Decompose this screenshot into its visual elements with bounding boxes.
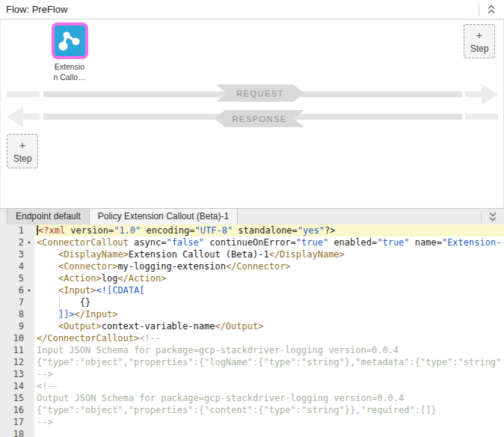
code-line: 7 {} (0, 296, 504, 308)
line-number: 16 (0, 404, 24, 416)
add-step-button-top[interactable]: + Step (464, 24, 495, 58)
code-line-content[interactable]: --> (34, 368, 504, 380)
fold-spacer (24, 416, 34, 428)
token-tag: <DisplayName> (58, 249, 129, 260)
line-number: 7 (0, 296, 24, 308)
fold-spacer (24, 308, 34, 320)
code-line-content[interactable] (34, 428, 504, 437)
token-attr: encoding= (141, 225, 194, 236)
line-number: 9 (0, 320, 24, 332)
gutter-cell: 4 (0, 260, 34, 272)
gutter-cell: 6▾ (0, 284, 34, 296)
request-banner-label: REQUEST (236, 89, 284, 98)
add-step-button-bottom[interactable]: + Step (7, 134, 38, 168)
code-line-content[interactable]: {"type":"object","properties":{"logName"… (34, 356, 504, 368)
token-attr: version= (65, 225, 114, 236)
collapse-flow-panel-button[interactable] (485, 2, 498, 16)
line-number: 5 (0, 272, 24, 284)
chevron-double-down-icon (488, 211, 497, 222)
fold-spacer (24, 356, 34, 368)
code-line: 4 <Connector>my-logging-extension</Conne… (0, 260, 504, 272)
code-line-content[interactable]: <DisplayName>Extension Callout (Beta)-1<… (34, 248, 504, 260)
response-banner-label: RESPONSE (232, 114, 286, 123)
code-line-content[interactable]: <Action>log</Action> (34, 272, 504, 284)
line-number: 6 (0, 284, 24, 296)
code-line: 5 <Action>log</Action> (0, 272, 504, 284)
code-line-content[interactable]: <?xml version="1.0" encoding="UTF-8" sta… (34, 224, 504, 236)
plus-icon: + (476, 29, 483, 41)
header-divider (479, 4, 479, 16)
token-comment: {"type":"object","properties":{"content"… (37, 405, 437, 415)
tab-policy-extension-callout[interactable]: Policy Extension Callout (Beta)-1 (90, 209, 238, 224)
code-line-content[interactable]: </ConnectorCallout><!-- (34, 332, 504, 344)
code-line: 16{"type":"object","properties":{"conten… (0, 404, 504, 416)
add-step-label: Step (470, 43, 489, 54)
token-text: log (102, 273, 118, 284)
token-text (37, 261, 58, 272)
gutter-cell: 18 (0, 428, 34, 437)
tabbar-divider (481, 211, 482, 223)
line-number: 3 (0, 248, 24, 260)
gutter-cell: 13 (0, 368, 34, 380)
line-number: 11 (0, 344, 24, 356)
gutter-cell: 17 (0, 416, 34, 428)
line-number: 17 (0, 416, 24, 428)
code-line-content[interactable]: <Connector>my-logging-extension</Connect… (34, 260, 504, 272)
gutter-cell: 11 (0, 344, 34, 356)
editor-tab-bar: Endpoint default Policy Extension Callou… (0, 208, 504, 224)
code-line: 3 <DisplayName>Extension Callout (Beta)-… (0, 248, 504, 260)
token-comment: Output JSON Schema for package=gcp-stack… (37, 393, 404, 403)
token-attr: enabled= (328, 237, 377, 248)
code-line: 13--> (0, 368, 504, 380)
fold-toggle-icon[interactable]: ▾ (24, 236, 34, 248)
fold-spacer (24, 320, 34, 332)
token-cdata: ]]> (58, 309, 75, 320)
response-arrowhead-icon (7, 106, 23, 127)
code-line-content[interactable]: Output JSON Schema for package=gcp-stack… (34, 392, 504, 404)
chevron-double-up-icon (487, 4, 496, 15)
code-line-content[interactable]: <ConnectorCallout async="false" continue… (34, 236, 504, 248)
fold-toggle-icon[interactable]: ▾ (24, 284, 34, 296)
code-line-content[interactable]: --> (34, 416, 504, 428)
policy-extension-callout-step[interactable]: Extensio n Callo… (50, 22, 89, 82)
gutter-cell: 16 (0, 404, 34, 416)
line-number: 12 (0, 356, 24, 368)
token-text (37, 321, 58, 331)
line-number: 15 (0, 392, 24, 404)
fold-spacer (24, 272, 34, 284)
code-line-content[interactable]: <Input><![CDATA[ (34, 284, 504, 296)
gutter-cell: 5 (0, 272, 34, 284)
tab-endpoint-default[interactable]: Endpoint default (7, 209, 90, 224)
token-text (37, 273, 58, 284)
code-line-content[interactable]: ]]></Input> (34, 308, 504, 320)
flow-panel-header: Flow: PreFlow (0, 0, 504, 19)
token-comment: Input JSON Schema for package=gcp-stackd… (37, 345, 399, 355)
code-line-content[interactable]: {} (34, 296, 504, 308)
line-number: 14 (0, 380, 24, 392)
fold-spacer (24, 248, 34, 260)
code-line-content[interactable]: <Output>context-variable-name</Output> (34, 320, 504, 332)
token-str: "true" (296, 237, 328, 248)
code-line: 17--> (0, 416, 504, 428)
gutter-cell: 3 (0, 248, 34, 260)
share-nodes-icon (57, 28, 82, 54)
token-cdata: <![CDATA[ (96, 285, 144, 296)
collapse-editor-button[interactable] (486, 210, 500, 224)
code-line-content[interactable]: <!-- (34, 380, 504, 392)
code-line-content[interactable]: Input JSON Schema for package=gcp-stackd… (34, 344, 504, 356)
xml-code-editor[interactable]: 1<?xml version="1.0" encoding="UTF-8" st… (0, 224, 504, 437)
line-number: 1 (0, 224, 24, 236)
token-text (37, 309, 58, 320)
token-comment: <!-- (37, 381, 58, 391)
request-flow-banner: REQUEST (216, 85, 304, 102)
token-tag: <Connector> (58, 261, 117, 272)
token-tag: </Output> (215, 321, 263, 331)
flow-canvas: REQUEST RESPONSE Extensio n Callo… + (0, 19, 504, 208)
gutter-cell: 7 (0, 296, 34, 308)
policy-step-label: Extensio n Callo… (50, 62, 89, 82)
token-tag: <Output> (58, 321, 102, 331)
token-str: "Extension- (442, 237, 501, 248)
request-left-stub (7, 91, 40, 97)
fold-spacer (24, 332, 34, 344)
code-line-content[interactable]: {"type":"object","properties":{"content"… (34, 404, 504, 416)
